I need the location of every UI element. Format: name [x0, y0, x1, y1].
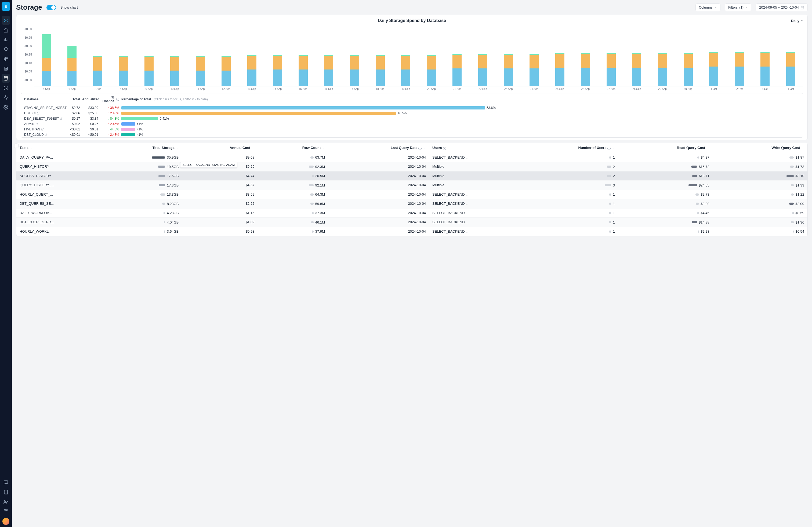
chart-bars[interactable] — [34, 27, 803, 86]
chart-bar[interactable] — [350, 27, 359, 86]
chart-bar[interactable] — [478, 27, 487, 86]
page-header: Storage Show chart Columns Filters (1) 2… — [16, 3, 808, 12]
chart-bar[interactable] — [324, 27, 333, 86]
nav-workloads[interactable] — [2, 55, 10, 63]
chart-bar[interactable] — [221, 27, 231, 86]
nav-settings[interactable] — [2, 103, 10, 111]
chart-bar[interactable] — [68, 27, 76, 86]
th-date[interactable]: Last Query Date i — [328, 143, 429, 153]
chart-bar[interactable] — [273, 27, 282, 86]
nav-compute[interactable] — [2, 64, 10, 73]
chart-bar[interactable] — [401, 27, 410, 86]
user-avatar[interactable] — [2, 518, 10, 525]
th-rcost[interactable]: Read Query Cost — [618, 143, 713, 153]
nav-chat[interactable] — [2, 478, 10, 487]
users-tooltip: SELECT_BACKEND_STAGING, ADAM — [180, 162, 237, 168]
chart-bar[interactable] — [786, 27, 795, 86]
date-range-button[interactable]: 2024-09-05 ~ 2024-10-04 — [756, 3, 808, 11]
chart-bar[interactable] — [119, 27, 128, 86]
th-storage[interactable]: Total Storage — [101, 143, 182, 153]
chart-bar[interactable] — [555, 27, 564, 86]
external-link-icon[interactable] — [36, 123, 39, 125]
chart-bar[interactable] — [530, 27, 539, 86]
filters-button[interactable]: Filters (1) — [725, 3, 751, 11]
nav-snowflake[interactable] — [2, 16, 10, 25]
chart-bar[interactable] — [607, 27, 616, 86]
legend-row[interactable]: FIVETRAN <$0.01 $0.01 ↓44.8% <1% — [21, 127, 803, 132]
chevron-down-icon — [714, 6, 717, 9]
nav-broadcast[interactable] — [2, 507, 10, 516]
th-wcost[interactable]: Write Query Cost — [713, 143, 808, 153]
svg-rect-3 — [4, 67, 8, 70]
nav-usage[interactable] — [2, 84, 10, 92]
show-chart-toggle[interactable] — [46, 5, 56, 10]
storage-table: Table Total Storage Annual Cost Row Coun… — [16, 143, 808, 236]
table-row[interactable]: DBT_QUERIES_PR... 4.04GB $1.09 46.1M 202… — [16, 217, 808, 227]
chevron-down-icon — [745, 6, 748, 9]
svg-rect-1 — [6, 57, 8, 59]
chart-bar[interactable] — [452, 27, 462, 86]
sidebar: S — [0, 0, 12, 527]
nav-insights[interactable] — [2, 45, 10, 54]
chart-bar[interactable] — [735, 27, 744, 86]
legend-row[interactable]: DBT_CLOUD <$0.01 <$0.01 ↑2.43% <1% — [21, 132, 803, 137]
granularity-selector[interactable]: Daily — [791, 19, 803, 23]
table-row[interactable]: HOURLY_WORKL... 3.64GB $0.98 37.9M 2024-… — [16, 227, 808, 236]
external-link-icon[interactable] — [45, 133, 47, 136]
expand-handle[interactable]: ⋯ — [14, 144, 18, 148]
chart-bar[interactable] — [581, 27, 590, 86]
chart-bar[interactable] — [632, 27, 641, 86]
external-link-icon[interactable] — [60, 117, 62, 120]
table-row[interactable]: HOURLY_QUERY_... 13.3GB $3.59 64.3M 2024… — [16, 190, 808, 199]
external-link-icon[interactable] — [41, 128, 44, 131]
table-row[interactable]: QUERY_HISTORY_... 17.3GB $4.67 92.1M 202… — [16, 181, 808, 190]
chart-y-axis: $0.30$0.25$0.20$0.15$0.10$0.05$0.00 — [21, 27, 34, 86]
chart-bar[interactable] — [684, 27, 693, 86]
svg-point-5 — [4, 76, 8, 78]
columns-button[interactable]: Columns — [695, 3, 721, 11]
sort-icon — [30, 146, 33, 149]
th-nusers[interactable]: Number of Users i — [514, 143, 618, 153]
chart-bar[interactable] — [760, 27, 770, 86]
th-table[interactable]: Table — [16, 143, 101, 153]
table-row[interactable]: DAILY_WORKLOA... 4.28GB $1.15 37.3M 2024… — [16, 208, 808, 217]
table-row[interactable]: DBT_QUERIES_SE... 8.23GB $2.22 59.8M 202… — [16, 199, 808, 209]
chart-bar[interactable] — [170, 27, 179, 86]
chart-x-axis: 5 Sep6 Sep7 Sep8 Sep9 Sep10 Sep11 Sep12 … — [34, 88, 803, 90]
nav-storage[interactable] — [2, 74, 10, 82]
th-cost[interactable]: Annual Cost — [182, 143, 258, 153]
legend-row[interactable]: ADMIN $0.02 $0.26 ↑2.46% <1% — [21, 121, 803, 127]
th-rows[interactable]: Row Count — [258, 143, 328, 153]
chart-bar[interactable] — [144, 27, 154, 86]
chart-bar[interactable] — [93, 27, 102, 86]
table-row[interactable]: QUERY_HISTORY 19.5GB $5.25 92.3M 2024-10… — [16, 162, 808, 171]
chart-bar[interactable] — [427, 27, 436, 86]
chart-bar[interactable] — [196, 27, 205, 86]
sort-icon — [322, 146, 325, 149]
nav-add-user[interactable] — [2, 497, 10, 506]
th-users[interactable]: Users i — [429, 143, 514, 153]
chart-bar[interactable] — [376, 27, 385, 86]
legend-row[interactable]: DBT_CI $2.06 $25.03 ↑2.43% 40.5% — [21, 110, 803, 116]
chart-bar[interactable] — [299, 27, 308, 86]
chart-bar[interactable] — [504, 27, 513, 86]
app-logo[interactable]: S — [2, 2, 10, 11]
chart-bar[interactable] — [709, 27, 718, 86]
legend-row[interactable]: DEV_SELECT_INGEST $0.27 $3.34 ↓84.3% 5.4… — [21, 116, 803, 121]
legend-row[interactable]: STAGING_SELECT_INGEST $2.72 $33.09 ↑38.5… — [21, 105, 803, 110]
chart-bar[interactable] — [658, 27, 667, 86]
nav-monitor[interactable] — [2, 93, 10, 102]
info-icon: i — [607, 147, 611, 150]
table-row[interactable]: DAILY_QUERY_PA... 35.9GB $9.68 63.7M 202… — [16, 153, 808, 162]
nav-home[interactable] — [2, 26, 10, 34]
sort-icon — [612, 146, 615, 149]
chart-bar[interactable] — [247, 27, 257, 86]
table-row[interactable]: ACCESS_HISTORY 17.6GB $4.74 20.5M 2024-1… — [16, 171, 808, 181]
chart-bar[interactable] — [42, 27, 51, 86]
nav-docs[interactable] — [2, 488, 10, 496]
sort-icon — [423, 146, 426, 149]
nav-analytics[interactable] — [2, 35, 10, 44]
chart-card: Daily Storage Spend by Database Daily $0… — [16, 15, 808, 140]
info-icon[interactable]: i — [116, 98, 119, 101]
external-link-icon[interactable] — [37, 112, 40, 115]
